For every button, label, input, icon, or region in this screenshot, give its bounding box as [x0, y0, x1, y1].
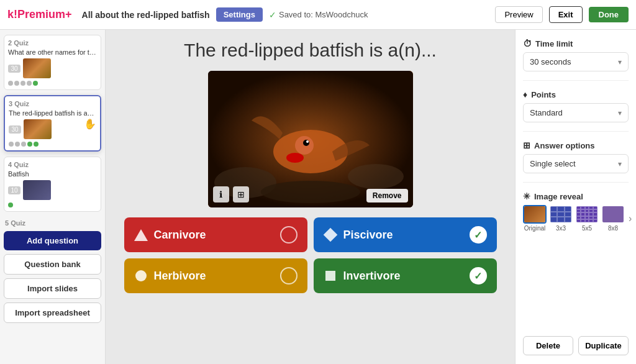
import-spreadsheet-button[interactable]: Import spreadsheet [4, 303, 101, 323]
svg-point-3 [286, 153, 304, 163]
done-button[interactable]: Done [589, 7, 629, 22]
quiz-dots-3 [9, 142, 96, 147]
quiz-num-2: 2 Quiz [8, 39, 97, 47]
settings-button[interactable]: Settings [216, 7, 263, 22]
piscivore-check: ✓ [470, 226, 487, 243]
answer-card-invertivore[interactable]: Invertivore ✓ [314, 258, 497, 293]
logo: k!Premium+ [7, 8, 72, 21]
main-layout: 2 Quiz What are other names for this cre… [0, 30, 636, 364]
quiz-card-2[interactable]: 2 Quiz What are other names for this cre… [4, 35, 101, 90]
divider [523, 182, 629, 183]
time-limit-section: ⏱ Time limit 30 seconds ▾ [523, 39, 629, 71]
header-right: Preview Exit Done [495, 6, 629, 23]
question-text: The red-lipped batfish is a(n)... [184, 40, 437, 61]
quiz-badge-3: 30 [9, 125, 21, 134]
right-sidebar: ⏱ Time limit 30 seconds ▾ ♦ Points Stand… [515, 30, 636, 364]
answer-card-piscivore[interactable]: Piscivore ✓ [314, 217, 497, 252]
answer-left: Piscivore [324, 228, 393, 242]
reveal-8x8[interactable]: 8x8 [601, 205, 625, 232]
carnivore-label: Carnivore [154, 229, 206, 242]
import-slides-button[interactable]: Import slides [4, 278, 101, 299]
quiz-thumb-4 [23, 180, 51, 200]
quiz-thumb-fish-4 [23, 180, 51, 200]
reveal-next-arrow[interactable]: › [629, 213, 632, 224]
points-section: ♦ Points Standard ▾ [523, 89, 629, 122]
reveal-grid-5x5 [576, 206, 597, 222]
dot [15, 142, 20, 147]
quiz-badge-4: 10 [8, 186, 20, 194]
svg-point-8 [261, 181, 360, 203]
dot [14, 81, 19, 86]
quiz-card-4[interactable]: 4 Quiz Batfish 10 [4, 157, 101, 212]
square-shape [324, 269, 337, 283]
crop-icon-button[interactable]: ⊞ [233, 186, 249, 202]
reveal-thumb-5x5 [575, 205, 599, 224]
reveal-grid-3x3 [550, 206, 571, 222]
reveal-5x5[interactable]: 5x5 [575, 205, 599, 232]
fish-img-overlay: Remove [366, 189, 408, 202]
time-limit-dropdown[interactable]: 30 seconds ▾ [523, 52, 629, 71]
quiz-num-3: 3 Quiz [9, 100, 96, 107]
answer-card-herbivore[interactable]: Herbivore [124, 258, 307, 293]
reveal-label-3x3: 3x3 [556, 225, 566, 232]
answer-options-icon: ⊞ [523, 140, 530, 150]
reveal-3x3[interactable]: 3x3 [549, 205, 573, 232]
quiz-badge-2: 30 [8, 65, 20, 73]
reveal-thumb-3x3 [549, 205, 573, 224]
circle-shape [134, 269, 148, 283]
remove-button[interactable]: Remove [366, 189, 408, 202]
herbivore-label: Herbivore [154, 270, 206, 283]
divider [523, 131, 629, 132]
dot [34, 142, 39, 147]
quiz-dots-4 [8, 202, 97, 207]
reveal-thumb-8x8 [601, 205, 625, 224]
points-value: Standard [530, 108, 563, 117]
dot [27, 81, 32, 86]
invertivore-label: Invertivore [343, 270, 401, 283]
svg-point-7 [348, 164, 404, 189]
duplicate-button[interactable]: Duplicate [578, 336, 629, 355]
time-limit-value: 30 seconds [530, 57, 571, 66]
fish-image: ℹ ⊞ Remove [208, 71, 413, 207]
dot [9, 142, 14, 147]
check-mark-icon: ✓ [474, 270, 482, 282]
quiz-thumb-row-4: 10 [8, 180, 97, 200]
answer-card-carnivore[interactable]: Carnivore [124, 217, 307, 252]
drag-icon: ✋ [84, 117, 96, 129]
dot [8, 81, 13, 86]
add-question-button[interactable]: Add question [4, 231, 101, 250]
points-icon: ♦ [523, 89, 527, 99]
exit-button[interactable]: Exit [549, 6, 583, 23]
image-reveal-section: ✳ Image reveal Original [523, 191, 629, 232]
preview-button[interactable]: Preview [495, 6, 542, 23]
carnivore-check [280, 226, 298, 243]
info-icon-button[interactable]: ℹ [213, 186, 229, 202]
answer-options-label: ⊞ Answer options [523, 140, 629, 150]
time-limit-label: ⏱ Time limit [523, 39, 629, 48]
delete-button[interactable]: Delete [523, 336, 573, 355]
answers-grid: Carnivore Piscivore ✓ Herbivore [124, 217, 497, 293]
quiz-title-2: What are other names for this crea... [8, 48, 97, 56]
quiz-thumb-fish-3 [24, 119, 52, 139]
quiz-card-3[interactable]: 3 Quiz The red-lipped batfish is a(n)...… [4, 95, 101, 152]
check-mark-icon: ✓ [474, 229, 482, 241]
reveal-fish-img [524, 206, 545, 222]
sidebar-actions: Add question Question bank Import slides… [4, 231, 101, 323]
answer-options-dropdown[interactable]: Single select ▾ [523, 154, 629, 173]
saved-text: Saved to: MsWoodchuck [279, 10, 368, 19]
diamond-shape [324, 228, 337, 242]
clock-icon: ⏱ [523, 39, 532, 48]
center-content: The red-lipped batfish is a(n)... [106, 30, 515, 364]
question-bank-button[interactable]: Question bank [4, 254, 101, 275]
reveal-label-original: Original [524, 225, 545, 232]
answer-options-value: Single select [530, 159, 576, 168]
answer-left: Invertivore [324, 269, 401, 283]
reveal-grid-8x8 [602, 206, 624, 222]
checkmark-icon: ✓ [269, 10, 276, 20]
answer-options-section: ⊞ Answer options Single select ▾ [523, 140, 629, 173]
quiz-num-5: 5 Quiz [4, 219, 101, 227]
points-dropdown[interactable]: Standard ▾ [523, 103, 629, 122]
reveal-original[interactable]: Original [523, 205, 547, 232]
header: k!Premium+ All about the red-lipped batf… [0, 0, 636, 30]
herbivore-check [280, 267, 298, 284]
